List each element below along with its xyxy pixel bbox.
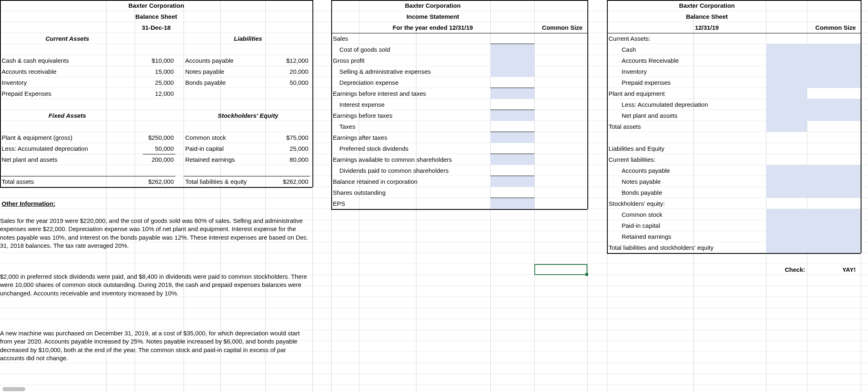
bs2019-row-label bbox=[609, 132, 766, 143]
is-row-label: Shares outstanding bbox=[333, 187, 490, 198]
bs2018-se-value: 80,000 bbox=[265, 154, 310, 165]
bs2018-title: Balance Sheet bbox=[0, 11, 312, 22]
bs2019-row-commonsize[interactable] bbox=[807, 209, 861, 220]
is-row-value[interactable] bbox=[490, 143, 534, 154]
bs2018-fixed-value: 50,000 bbox=[135, 143, 175, 154]
bs2018-fixed-label: Less: Accumulated depreciation bbox=[0, 143, 135, 154]
bs2018-total-le-value: $262,000 bbox=[265, 176, 310, 187]
bs2019-row-commonsize[interactable] bbox=[807, 220, 861, 231]
bs2018-total-assets-value: $262,000 bbox=[135, 176, 175, 187]
bs2018-total-le-label: Total liabilities & equity bbox=[184, 176, 265, 187]
bs2019-row-label: Cash bbox=[609, 44, 766, 55]
bs2019-title: Balance Sheet bbox=[607, 11, 807, 22]
is-row-value[interactable] bbox=[490, 154, 534, 165]
bs2018-liab-value: $12,000 bbox=[265, 55, 310, 66]
bs2019-row-value[interactable] bbox=[766, 88, 807, 99]
bs2019-row-value[interactable] bbox=[766, 44, 807, 55]
bs2019-row-label: Plant and equipment bbox=[609, 88, 766, 99]
bs2018-se-label: Retained earnings bbox=[184, 154, 265, 165]
bs2018-fixed-label: Plant & equipment (gross) bbox=[0, 132, 135, 143]
bs2018-asset-label: Cash & cash equivalents bbox=[0, 55, 135, 66]
bs2019-row-value[interactable] bbox=[766, 176, 807, 187]
is-row-value[interactable] bbox=[490, 33, 534, 44]
bs2019-row-label: Current Assets: bbox=[609, 33, 766, 44]
bs2019-row-label: Notes payable bbox=[609, 176, 766, 187]
check-value: YAY! bbox=[807, 264, 857, 275]
is-row-value[interactable] bbox=[490, 66, 534, 77]
is-row-value[interactable] bbox=[490, 44, 534, 55]
is-row-label: Dividends paid to common shareholders bbox=[333, 165, 490, 176]
bs2019-row-value[interactable] bbox=[766, 99, 807, 110]
is-row-value[interactable] bbox=[490, 99, 534, 110]
bs2018-se-value: $75,000 bbox=[265, 132, 310, 143]
is-row-value[interactable] bbox=[490, 198, 534, 209]
is-row-value[interactable] bbox=[490, 165, 534, 176]
is-row-value[interactable] bbox=[490, 88, 534, 99]
bs2018-se-label: Common stock bbox=[184, 132, 265, 143]
bs2019-row-value[interactable] bbox=[766, 187, 807, 198]
is-row-value[interactable] bbox=[490, 132, 534, 143]
bs2019-row-label: Total liabilities and stockholders' equi… bbox=[609, 242, 766, 253]
is-title: Income Statement bbox=[331, 11, 534, 22]
horizontal-scroll-thumb[interactable] bbox=[2, 387, 25, 391]
is-row-label: Sales bbox=[333, 33, 490, 44]
bs2019-row-value[interactable] bbox=[766, 121, 807, 132]
bs2018-se-label: Paid-in capital bbox=[184, 143, 265, 154]
bs2019-row-value[interactable] bbox=[766, 77, 807, 88]
is-row-label: Earnings after taxes bbox=[333, 132, 490, 143]
bs2019-row-label: Net plant and assets bbox=[609, 110, 766, 121]
bs2019-row-label: Accounts payable bbox=[609, 165, 766, 176]
is-row-value[interactable] bbox=[490, 176, 534, 187]
bs2019-row-commonsize[interactable] bbox=[807, 231, 861, 242]
bs2019-row-label: Prepaid expenses bbox=[609, 77, 766, 88]
is-row-value[interactable] bbox=[490, 110, 534, 121]
bs2018-fixed-value: 200,000 bbox=[135, 154, 175, 165]
bs2019-row-label: Paid-in capital bbox=[609, 220, 766, 231]
info-paragraph: A new machine was purchased on December … bbox=[0, 329, 310, 362]
is-row-label: EPS bbox=[333, 198, 490, 209]
is-company: Baxter Corporation bbox=[331, 0, 534, 11]
bs2019-row-commonsize[interactable] bbox=[807, 66, 861, 77]
bs2019-row-value[interactable] bbox=[766, 165, 807, 176]
bs2019-row-commonsize[interactable] bbox=[807, 77, 861, 88]
sec-liabilities: Liabilities bbox=[184, 33, 312, 44]
bs2018-fixed-label: Net plant and assets bbox=[0, 154, 135, 165]
bs2019-row-commonsize[interactable] bbox=[807, 110, 861, 121]
is-row-label: Earnings available to common shareholder… bbox=[333, 154, 490, 165]
is-row-label: Cost of goods sold bbox=[333, 44, 490, 55]
bs2018-asset-label: Inventory bbox=[0, 77, 135, 88]
bs2019-row-commonsize[interactable] bbox=[807, 187, 861, 198]
bs2019-row-commonsize[interactable] bbox=[807, 165, 861, 176]
bs2019-row-label: Accounts Receivable bbox=[609, 55, 766, 66]
selected-cell bbox=[534, 264, 587, 275]
bs2018-fixed-value: $250,000 bbox=[135, 132, 175, 143]
is-row-value[interactable] bbox=[490, 77, 534, 88]
bs2018-asset-value: $10,000 bbox=[135, 55, 175, 66]
is-common-size-header: Common Size bbox=[534, 22, 584, 33]
bs2018-liab-value: 20,000 bbox=[265, 66, 310, 77]
bs2018-liab-value: 50,000 bbox=[265, 77, 310, 88]
bs2019-row-commonsize[interactable] bbox=[807, 44, 861, 55]
bs2019-row-value[interactable] bbox=[766, 209, 807, 220]
bs2019-row-value[interactable] bbox=[766, 55, 807, 66]
bs2018-company: Baxter Corporation bbox=[0, 0, 312, 11]
bs2019-row-value[interactable] bbox=[766, 110, 807, 121]
bs2019-row-commonsize[interactable] bbox=[807, 242, 861, 253]
bs2019-row-label: Common stock bbox=[609, 209, 766, 220]
bs2019-row-value[interactable] bbox=[766, 242, 807, 253]
is-row-value[interactable] bbox=[490, 55, 534, 66]
is-row-label: Earnings before taxes bbox=[333, 110, 490, 121]
bs2019-row-label: Stockholders' equity: bbox=[609, 198, 766, 209]
bs2019-row-commonsize[interactable] bbox=[807, 99, 861, 110]
bs2019-row-value[interactable] bbox=[766, 220, 807, 231]
bs2019-row-commonsize[interactable] bbox=[807, 176, 861, 187]
bs2018-asset-value: 15,000 bbox=[135, 66, 175, 77]
spreadsheet[interactable]: Baxter CorporationBalance Sheet31-Dec-18… bbox=[0, 0, 868, 392]
bs2019-row-value[interactable] bbox=[766, 231, 807, 242]
bs2018-asset-label: Prepaid Expenses bbox=[0, 88, 135, 99]
is-row-value[interactable] bbox=[490, 121, 534, 132]
bs2019-row-commonsize[interactable] bbox=[807, 55, 861, 66]
bs2019-row-value[interactable] bbox=[766, 66, 807, 77]
is-row-value[interactable] bbox=[490, 187, 534, 198]
is-row-label: Gross profit bbox=[333, 55, 490, 66]
